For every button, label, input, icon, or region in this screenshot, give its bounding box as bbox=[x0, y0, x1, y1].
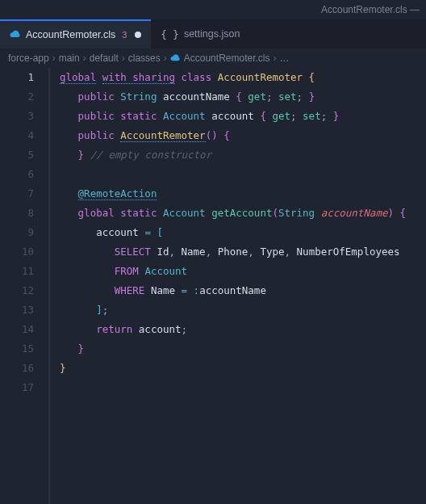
line-number: 15 bbox=[0, 339, 34, 359]
chevron-right-icon: › bbox=[52, 52, 56, 64]
chevron-right-icon: › bbox=[83, 52, 86, 64]
chevron-right-icon: › bbox=[164, 52, 167, 64]
line-number: 1 bbox=[0, 68, 34, 87]
breadcrumb-item[interactable]: classes bbox=[128, 52, 161, 64]
code-line[interactable]: @RemoteAction bbox=[60, 184, 426, 204]
titlebar: AccountRemoter.cls — bbox=[0, 0, 426, 19]
code-line[interactable]: account = [ bbox=[60, 223, 426, 242]
line-number: 2 bbox=[0, 87, 34, 107]
line-number: 12 bbox=[0, 281, 34, 300]
code-line[interactable]: FROM Account bbox=[60, 262, 426, 281]
code-line[interactable]: public AccountRemoter() { bbox=[60, 126, 426, 145]
code-line[interactable]: global with sharing class AccountRemoter… bbox=[60, 68, 426, 87]
code-line[interactable]: } bbox=[60, 339, 426, 359]
tab-label: settings.json bbox=[184, 28, 240, 40]
breadcrumb-item[interactable]: default bbox=[90, 52, 119, 64]
tab-accountremoter-cls[interactable]: AccountRemoter.cls3 bbox=[0, 19, 151, 48]
breadcrumb-item[interactable]: force-app bbox=[8, 52, 49, 64]
line-number: 11 bbox=[0, 262, 34, 281]
line-number: 6 bbox=[0, 165, 34, 184]
line-number: 7 bbox=[0, 184, 34, 204]
tab-label: AccountRemoter.cls bbox=[26, 29, 115, 40]
line-number: 5 bbox=[0, 145, 34, 165]
line-number: 16 bbox=[0, 359, 34, 378]
line-number: 17 bbox=[0, 378, 34, 397]
titlebar-filename: AccountRemoter.cls — bbox=[321, 4, 420, 15]
tab-badge: 3 bbox=[122, 30, 127, 40]
line-number: 14 bbox=[0, 320, 34, 339]
code-line[interactable]: public String accountName { get; set; } bbox=[60, 87, 426, 107]
chevron-right-icon: › bbox=[122, 52, 125, 64]
breadcrumb-item[interactable]: main bbox=[59, 52, 80, 64]
code-line[interactable]: global static Account getAccount(String … bbox=[60, 204, 426, 223]
line-number: 4 bbox=[0, 126, 34, 145]
code-line[interactable]: public static Account account { get; set… bbox=[60, 107, 426, 126]
code-line[interactable]: WHERE Name = :accountName bbox=[60, 281, 426, 300]
line-number-gutter: 1234567891011121314151617 bbox=[0, 68, 48, 504]
breadcrumbs[interactable]: force-app › main › default › classes › A… bbox=[0, 48, 426, 68]
code-line[interactable] bbox=[60, 165, 426, 184]
cloud-icon bbox=[170, 52, 181, 64]
line-number: 9 bbox=[0, 223, 34, 242]
line-number: 10 bbox=[0, 242, 34, 262]
dirty-indicator-icon bbox=[135, 32, 141, 38]
code-line[interactable]: ]; bbox=[60, 300, 426, 320]
editor[interactable]: 1234567891011121314151617 global with sh… bbox=[0, 68, 426, 504]
code-area[interactable]: global with sharing class AccountRemoter… bbox=[48, 68, 426, 504]
code-line[interactable]: SELECT Id, Name, Phone, Type, NumberOfEm… bbox=[60, 242, 426, 262]
code-line[interactable]: } bbox=[60, 359, 426, 378]
breadcrumb-file[interactable]: AccountRemoter.cls bbox=[184, 52, 270, 64]
tab-bar: AccountRemoter.cls3{ }settings.json bbox=[0, 19, 426, 48]
code-line[interactable]: } // empty constructor bbox=[60, 145, 426, 165]
braces-icon: { } bbox=[161, 28, 179, 40]
tab-settings-json[interactable]: { }settings.json bbox=[151, 19, 249, 48]
breadcrumb-overflow[interactable]: … bbox=[279, 52, 289, 64]
line-number: 3 bbox=[0, 107, 34, 126]
line-number: 13 bbox=[0, 300, 34, 320]
code-line[interactable] bbox=[60, 378, 426, 397]
code-line[interactable]: return account; bbox=[60, 320, 426, 339]
chevron-right-icon: › bbox=[273, 52, 276, 64]
line-number: 8 bbox=[0, 204, 34, 223]
cloud-icon bbox=[10, 28, 21, 42]
